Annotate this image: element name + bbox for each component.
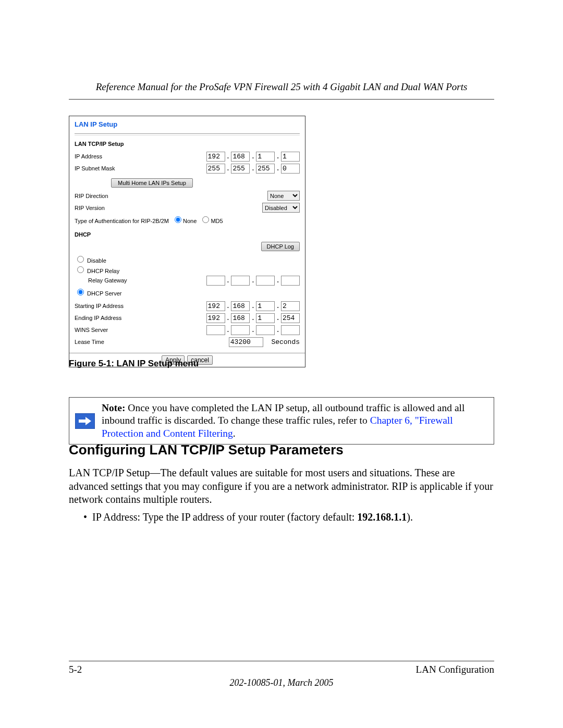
wins-octet-3[interactable] (256, 325, 275, 335)
end-octet-3[interactable] (256, 313, 275, 323)
auth-none-label: None (183, 218, 197, 224)
start-octet-2[interactable] (231, 301, 250, 311)
ip-octet-1[interactable] (206, 152, 225, 162)
end-octet-4[interactable] (281, 313, 300, 323)
panel-title: LAN IP Setup (75, 119, 300, 130)
dhcp-disable-label: Disable (87, 257, 106, 264)
dhcp-server-label: DHCP Server (87, 290, 121, 297)
section-lan-tcpip: LAN TCP/IP Setup (75, 141, 300, 147)
start-octet-4[interactable] (281, 301, 300, 311)
rip-direction-select[interactable]: None (267, 191, 300, 201)
ending-ip-label: Ending IP Address (75, 313, 121, 324)
footer-rule (69, 661, 494, 661)
ip-octet-3[interactable] (256, 152, 275, 162)
relay-octet-4[interactable] (281, 276, 300, 286)
rip-version-label: RIP Version (75, 203, 105, 214)
note-tail: . (233, 428, 236, 439)
lan-ip-setup-panel: LAN IP Setup LAN TCP/IP Setup IP Address… (69, 116, 305, 367)
figure-caption: Figure 5-1: LAN IP Setup menu (69, 359, 199, 369)
running-header: Reference Manual for the ProSafe VPN Fir… (69, 81, 494, 100)
rip-version-select[interactable]: Disabled (262, 203, 300, 213)
relay-gateway-label: Relay Gateway (88, 275, 127, 286)
auth-type-label: Type of Authentication for RIP-2B/2M (75, 218, 169, 224)
auth-none-radio[interactable] (175, 216, 181, 223)
dhcp-relay-label: DHCP Relay (87, 268, 119, 274)
rip-direction-label: RIP Direction (75, 191, 108, 202)
auth-md5-radio[interactable] (202, 216, 209, 223)
start-octet-1[interactable] (206, 301, 225, 311)
footer-section: LAN Configuration (416, 664, 494, 675)
section-dhcp: DHCP (75, 231, 300, 238)
dhcp-relay-radio[interactable] (77, 266, 84, 273)
ip-octet-4[interactable] (281, 152, 300, 162)
relay-octet-1[interactable] (206, 276, 225, 286)
bullet-value: 192.168.1.1 (357, 511, 407, 523)
auth-md5-label: MD5 (211, 218, 223, 224)
lease-unit: Seconds (271, 338, 300, 346)
wins-octet-2[interactable] (231, 325, 250, 335)
subnet-octet-2[interactable] (231, 164, 250, 174)
wins-label: WINS Server (75, 325, 108, 336)
section-heading: Configuring LAN TCP/IP Setup Parameters (69, 442, 344, 458)
relay-octet-2[interactable] (231, 276, 250, 286)
subnet-octet-1[interactable] (206, 164, 225, 174)
intro-paragraph: LAN TCP/IP Setup—The default values are … (69, 466, 494, 507)
end-octet-1[interactable] (206, 313, 225, 323)
footer-docid: 202-10085-01, March 2005 (0, 677, 563, 688)
note-lead: Note: (102, 402, 125, 413)
lease-input[interactable] (229, 337, 263, 347)
dhcp-log-button[interactable]: DHCP Log (261, 242, 300, 251)
ip-address-label: IP Address (75, 151, 102, 162)
lease-label: Lease Time (75, 337, 104, 348)
subnet-octet-3[interactable] (256, 164, 275, 174)
multi-home-button[interactable]: Multi Home LAN IPs Setup (111, 178, 193, 188)
note-body: Note: Once you have completed the LAN IP… (101, 398, 494, 444)
end-octet-2[interactable] (231, 313, 250, 323)
subnet-label: IP Subnet Mask (75, 163, 115, 174)
start-octet-3[interactable] (256, 301, 275, 311)
wins-octet-1[interactable] (206, 325, 225, 335)
bullet-text: IP Address: Type the IP address of your … (92, 511, 357, 523)
bullet-end: ). (407, 511, 413, 523)
starting-ip-label: Starting IP Address (75, 301, 124, 312)
dhcp-disable-radio[interactable] (77, 256, 84, 263)
ip-octet-2[interactable] (231, 152, 250, 162)
wins-octet-4[interactable] (281, 325, 300, 335)
dhcp-server-radio[interactable] (77, 289, 84, 295)
subnet-octet-4[interactable] (281, 164, 300, 174)
relay-octet-3[interactable] (256, 276, 275, 286)
arrow-icon (69, 398, 101, 444)
note-box: Note: Once you have completed the LAN IP… (69, 397, 494, 445)
footer-page-number: 5-2 (69, 664, 82, 675)
bullet-ip-address: • IP Address: Type the IP address of you… (83, 511, 494, 523)
